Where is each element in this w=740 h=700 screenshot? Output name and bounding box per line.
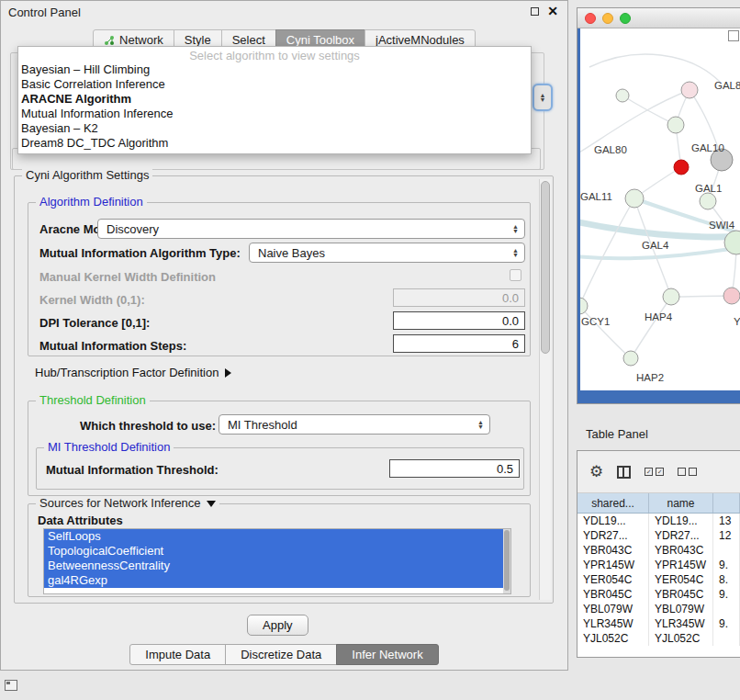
- network-node[interactable]: [681, 82, 698, 98]
- group-title: Cyni Algorithm Settings: [22, 168, 152, 182]
- column-header[interactable]: shared...: [577, 493, 649, 513]
- algorithm-option-selected[interactable]: ARACNE Algorithm: [18, 92, 531, 107]
- tab-discretize-data[interactable]: Discretize Data: [225, 644, 337, 665]
- minimize-traffic-button[interactable]: [602, 13, 613, 24]
- table-row[interactable]: YBR043CYBR043C: [577, 543, 740, 558]
- table-panel-window: ⚙ ✓✓ shared... name YDL19...YDL19...13YD…: [577, 450, 740, 658]
- column-header[interactable]: name: [649, 493, 713, 513]
- network-node[interactable]: [723, 288, 740, 304]
- table-cell: YBR043C: [577, 543, 649, 558]
- table-row[interactable]: YBR045CYBR045C9.: [577, 587, 740, 602]
- network-node[interactable]: [674, 160, 689, 175]
- network-node[interactable]: [625, 189, 644, 208]
- columns-icon[interactable]: [617, 466, 631, 479]
- network-node[interactable]: [623, 351, 638, 366]
- tab-impute-data[interactable]: Impute Data: [129, 644, 226, 665]
- table-cell: YER054C: [649, 572, 713, 587]
- algorithm-option[interactable]: Dream8 DC_TDC Algorithm: [18, 136, 531, 151]
- close-icon[interactable]: ✕: [547, 5, 558, 17]
- mi-type-label: Mutual Information Algorithm Type:: [39, 246, 241, 260]
- close-traffic-button[interactable]: [585, 13, 596, 24]
- table-cell: YPR145W: [649, 558, 713, 572]
- table-cell: 9.: [713, 616, 740, 631]
- mi-threshold-field[interactable]: [389, 459, 520, 478]
- algorithm-option[interactable]: Basic Correlation Inference: [18, 77, 531, 92]
- sources-collapse-toggle[interactable]: Sources for Network Inference: [36, 496, 219, 510]
- tab-label: Cyni Toolbox: [286, 33, 354, 47]
- list-scrollbar[interactable]: [503, 529, 510, 593]
- table-row[interactable]: YDL19...YDL19...13: [577, 514, 740, 528]
- control-panel-titlebar: Control Panel ✕: [1, 1, 567, 23]
- which-threshold-select[interactable]: MI Threshold ▲▼: [219, 414, 490, 435]
- tab-infer-network[interactable]: Infer Network: [336, 644, 438, 665]
- network-node[interactable]: [616, 89, 629, 102]
- data-attribute-item[interactable]: BetweennessCentrality: [44, 559, 503, 573]
- scrollbar-thumb[interactable]: [504, 530, 510, 591]
- group-title: Algorithm Definition: [36, 195, 147, 209]
- table-row[interactable]: YDR27...YDR27...12: [577, 528, 740, 543]
- gear-icon[interactable]: ⚙: [589, 464, 603, 480]
- algorithm-option[interactable]: Bayesian – K2: [18, 121, 531, 136]
- mi-threshold-label: Mutual Information Threshold:: [46, 463, 219, 477]
- data-attribute-item[interactable]: TopologicalCoefficient: [44, 544, 503, 559]
- dpi-tolerance-field[interactable]: [393, 311, 525, 330]
- select-all-checkboxes-icon[interactable]: ✓✓: [645, 468, 664, 476]
- network-node[interactable]: [667, 117, 684, 133]
- tab-label: Select: [232, 33, 265, 47]
- network-node[interactable]: [663, 288, 679, 305]
- network-canvas[interactable]: GAL8GAL80GAL10GAL11GAL1SWI4GAL4GCY1HAP4Y…: [580, 28, 740, 390]
- float-window-icon[interactable]: [531, 7, 539, 16]
- dropdown-placeholder: Select algorithm to view settings: [18, 49, 531, 62]
- table-cell: YDR27...: [649, 528, 713, 543]
- cyni-algorithm-settings-group: Cyni Algorithm Settings Algorithm Defini…: [14, 175, 554, 604]
- chevron-updown-icon: ▲▼: [540, 93, 546, 102]
- table-row[interactable]: YER054CYER054C8.: [577, 572, 740, 587]
- table-row[interactable]: YPR145WYPR145W9.: [577, 558, 740, 572]
- scrollbar-thumb[interactable]: [541, 181, 550, 354]
- table-cell: YBL079W: [577, 602, 649, 616]
- data-attributes-label: Data Attributes: [38, 514, 123, 527]
- table-panel-title: Table Panel: [586, 427, 648, 441]
- data-attribute-item[interactable]: SelfLoops: [44, 529, 503, 544]
- column-header[interactable]: [713, 493, 740, 513]
- sources-group: Sources for Network Inference Data Attri…: [28, 503, 531, 597]
- network-node-label: HAP4: [645, 311, 673, 322]
- aracne-mode-select[interactable]: Discovery ▲▼: [97, 219, 525, 239]
- hub-definition-expander[interactable]: Hub/Transcription Factor Definition: [35, 366, 231, 379]
- mi-algorithm-type-select[interactable]: Naive Bayes ▲▼: [249, 243, 525, 263]
- table-cell: 13: [713, 514, 740, 528]
- table-cell: YLR345W: [577, 616, 649, 631]
- table-row[interactable]: YBL079WYBL079W: [577, 602, 740, 616]
- tab-label: Style: [185, 33, 211, 47]
- manual-kernel-checkbox: [510, 269, 521, 281]
- settings-scrollbar[interactable]: [539, 179, 551, 600]
- table-cell: [713, 631, 740, 646]
- network-node-label: GAL11: [580, 191, 612, 202]
- table-cell: 8.: [713, 572, 740, 587]
- table-cell: YPR145W: [577, 558, 649, 572]
- network-node-label: HAP2: [636, 372, 664, 383]
- table-row[interactable]: YJL052CYJL052C: [577, 631, 740, 646]
- table-cell: 12: [713, 528, 740, 543]
- panel-dock-icon[interactable]: [5, 680, 17, 691]
- network-view-window: GAL8GAL80GAL10GAL11GAL1SWI4GAL4GCY1HAP4Y…: [577, 7, 740, 404]
- network-node[interactable]: [580, 298, 588, 314]
- table-cell: 9.: [713, 587, 740, 602]
- apply-button[interactable]: Apply: [247, 615, 308, 636]
- bottom-tab-bar: Impute Data Discretize Data Infer Networ…: [1, 644, 567, 665]
- table-cell: YDL19...: [577, 514, 649, 528]
- table-cell: YJL052C: [577, 631, 649, 646]
- network-node-label: SWI4: [709, 220, 735, 231]
- zoom-traffic-button[interactable]: [620, 13, 631, 24]
- mi-steps-field[interactable]: [393, 334, 525, 353]
- deselect-all-checkboxes-icon[interactable]: [678, 468, 697, 476]
- data-attribute-item[interactable]: gal4RGexp: [44, 573, 503, 588]
- network-node[interactable]: [700, 193, 716, 209]
- kernel-width-field: [393, 288, 525, 307]
- algorithm-option[interactable]: Mutual Information Inference: [18, 107, 531, 121]
- chevron-updown-icon: ▲▼: [512, 224, 519, 233]
- table-row[interactable]: YLR345WYLR345W9.: [577, 616, 740, 631]
- algorithm-selector-fragment[interactable]: ▲▼: [533, 84, 553, 111]
- algorithm-option[interactable]: Bayesian – Hill Climbing: [18, 62, 531, 77]
- scroll-corner-button[interactable]: [728, 30, 739, 41]
